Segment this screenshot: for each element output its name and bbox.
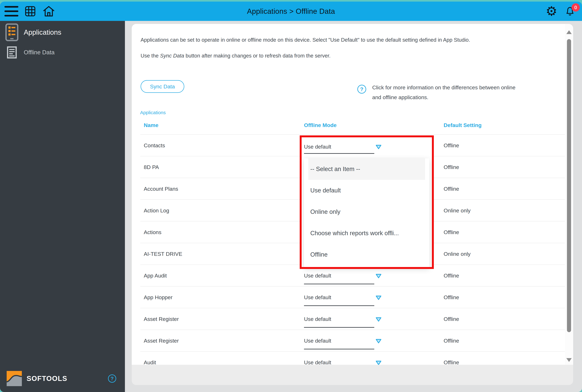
app-name: Contacts bbox=[144, 135, 165, 156]
select-value: Use default bbox=[304, 308, 331, 330]
app-name: Asset Register bbox=[144, 308, 179, 330]
open-dropdown-overlay: Use default -- Select an Item --Use defa… bbox=[302, 137, 432, 269]
default-setting-value: Offline bbox=[444, 330, 459, 352]
default-setting-value: Offline bbox=[444, 135, 459, 156]
app-name: Asset Register bbox=[144, 330, 179, 352]
offline-mode-select[interactable]: Use default bbox=[304, 330, 388, 352]
column-header-offline-mode: Offline Mode bbox=[304, 122, 337, 128]
app-name: AI-TEST DRIVE bbox=[144, 243, 182, 265]
help-text-line1: Click for more information on the differ… bbox=[372, 84, 516, 90]
sidebar-item-offline-data[interactable]: Offline Data bbox=[0, 46, 125, 59]
topbar: Applications > Offline Data ⚙ 0 bbox=[0, 2, 582, 21]
notifications-bell-icon[interactable]: 0 bbox=[564, 6, 576, 17]
chevron-down-icon bbox=[376, 274, 382, 278]
app-name: Actions bbox=[144, 222, 161, 243]
applications-section-label: Applications bbox=[140, 110, 166, 115]
dropdown-option[interactable]: Online only bbox=[304, 201, 429, 222]
page-title: Applications > Offline Data bbox=[0, 2, 582, 21]
content-card: Applications can be set to operate in on… bbox=[132, 24, 573, 365]
default-setting-value: Offline bbox=[444, 178, 459, 200]
table-row: Asset Register Use default Offline bbox=[140, 308, 565, 330]
chevron-down-icon bbox=[376, 296, 382, 300]
dropdown-option[interactable]: Offline bbox=[304, 244, 429, 265]
dropdown-option[interactable]: Use default bbox=[304, 180, 429, 201]
settings-gear-icon[interactable]: ⚙ bbox=[546, 5, 557, 18]
dropdown-option[interactable]: -- Select an Item -- bbox=[308, 158, 425, 180]
default-setting-value: Online only bbox=[444, 243, 471, 265]
logo-text: SOFTOOLS bbox=[26, 374, 67, 382]
scroll-up-arrow[interactable] bbox=[566, 30, 572, 34]
default-setting-value: Offline bbox=[444, 265, 459, 286]
main-area: Applications can be set to operate in on… bbox=[125, 21, 582, 392]
default-setting-value: Offline bbox=[444, 222, 459, 243]
scrollbar[interactable] bbox=[565, 24, 573, 365]
scrollbar-thumb[interactable] bbox=[567, 39, 571, 332]
notification-badge: 0 bbox=[572, 3, 580, 12]
select-value: Use default bbox=[304, 330, 331, 352]
offline-mode-select-open[interactable]: Use default bbox=[304, 137, 388, 156]
column-header-default-setting: Default Setting bbox=[444, 122, 482, 128]
app-name: App Hopper bbox=[144, 286, 172, 308]
sidebar-item-label: Offline Data bbox=[24, 49, 55, 56]
default-setting-value: Offline bbox=[444, 156, 459, 178]
card-footer bbox=[132, 365, 573, 385]
app-name: Action Log bbox=[144, 200, 169, 222]
table-row: Asset Register Use default Offline bbox=[140, 330, 565, 351]
dropdown-options-panel: -- Select an Item --Use defaultOnline on… bbox=[304, 158, 429, 268]
sidebar-item-applications[interactable]: Applications bbox=[0, 23, 125, 41]
sidebar: Applications Offline Data bbox=[0, 21, 125, 392]
default-setting-value: Offline bbox=[444, 308, 459, 330]
offline-mode-select[interactable]: Use default bbox=[304, 352, 388, 365]
offline-mode-select[interactable]: Use default bbox=[304, 286, 388, 308]
help-question-icon[interactable]: ? bbox=[357, 85, 366, 94]
select-value: Use default bbox=[304, 286, 331, 308]
chevron-down-icon bbox=[376, 360, 382, 365]
sidebar-help-icon[interactable]: ? bbox=[108, 374, 116, 383]
column-header-name: Name bbox=[144, 122, 158, 128]
intro-text-2: Use the Sync Data button after making ch… bbox=[141, 53, 559, 59]
chevron-down-icon bbox=[376, 339, 382, 344]
select-value: Use default bbox=[304, 352, 331, 365]
app-window: Applications > Offline Data ⚙ 0 bbox=[0, 2, 582, 392]
dropdown-option[interactable]: Choose which reports work offli... bbox=[304, 222, 429, 244]
app-name: App Audit bbox=[144, 265, 167, 286]
document-icon bbox=[0, 46, 24, 58]
app-name: Audit bbox=[144, 352, 156, 365]
app-name: 8D PA bbox=[144, 156, 159, 178]
scroll-down-arrow[interactable] bbox=[566, 358, 572, 362]
table-row: App Hopper Use default Offline bbox=[140, 286, 565, 308]
default-setting-value: Offline bbox=[444, 352, 459, 365]
sidebar-item-label: Applications bbox=[24, 28, 61, 36]
softools-logo bbox=[7, 371, 22, 386]
mobile-app-icon bbox=[0, 24, 24, 41]
intro-text-1: Applications can be set to operate in on… bbox=[141, 37, 559, 43]
default-setting-value: Offline bbox=[444, 286, 459, 308]
default-setting-value: Online only bbox=[444, 200, 471, 222]
help-text-line2: and offline applications. bbox=[372, 94, 428, 100]
chevron-down-icon bbox=[376, 144, 382, 149]
offline-mode-select[interactable]: Use default bbox=[304, 308, 388, 330]
chevron-down-icon bbox=[376, 317, 382, 322]
table-row: Audit Use default Offline bbox=[140, 351, 565, 365]
sync-data-button[interactable]: Sync Data bbox=[141, 80, 184, 93]
app-name: Account Plans bbox=[144, 178, 178, 200]
